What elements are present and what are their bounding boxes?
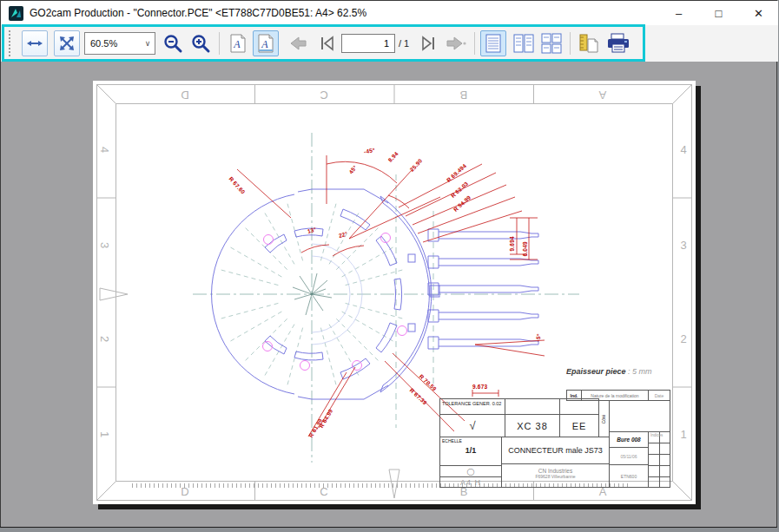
toolbar-separator — [474, 32, 475, 55]
scale-cell: ECHELLE 1/1 — [439, 437, 502, 466]
two-page-icon — [513, 33, 534, 54]
indices-grid: Indices — [648, 431, 670, 488]
thickness-note: Epaisseur piece : 5 mm — [566, 367, 652, 376]
maximize-button[interactable]: □ — [699, 1, 738, 25]
chevron-down-icon: ∨ — [141, 39, 155, 48]
ref-cell: Bure 008 — [609, 431, 649, 448]
scale-label: ECHELLE — [440, 437, 501, 443]
first-page-button[interactable] — [314, 30, 340, 56]
thickness-label: Epaisseur piece — [566, 367, 626, 376]
dimension-label: 9.673 — [472, 384, 487, 390]
grid-row-label: 2 — [677, 332, 690, 345]
company-cell: CN Industries F69628 Villeurbanne — [501, 463, 610, 488]
grid-column-label: D — [178, 89, 192, 102]
toolbar-separator — [570, 32, 571, 55]
hole-markers — [263, 233, 407, 371]
thickness-value: : 5 mm — [628, 367, 652, 376]
grid-row-label: 1 — [98, 428, 111, 442]
surface-finish-cell: √ — [439, 414, 505, 437]
grid-row-label: 3 — [677, 239, 690, 252]
arrow-left-icon — [289, 35, 310, 52]
material-cell: XC 38 — [505, 414, 560, 437]
toolbar-separator — [219, 32, 220, 55]
empty-cell — [559, 398, 599, 415]
window-title: GO2cam Production - "Connector.PCE" <ET7… — [30, 7, 366, 19]
grid-row-label: 4 — [677, 143, 690, 156]
part-title-cell: CONNECTEUR male JS73 — [501, 437, 610, 464]
fit-width-icon — [26, 35, 43, 52]
app-window: GO2cam Production - "Connector.PCE" <ET7… — [0, 0, 777, 528]
last-page-button[interactable] — [415, 30, 441, 56]
zoom-level-value: 60.5% — [85, 38, 141, 49]
grid-column-label: A — [596, 89, 610, 102]
two-page-view-button[interactable] — [511, 30, 537, 56]
grid-row-label: 1 — [677, 428, 690, 441]
preview-toolbar: 60.5% ∨ A — [1, 25, 778, 62]
dimension-label: 9.694 — [509, 236, 515, 251]
fit-width-button[interactable] — [22, 30, 48, 56]
ruler-page-icon — [578, 32, 600, 55]
last-page-icon — [419, 35, 438, 52]
single-page-view-button[interactable] — [480, 30, 506, 56]
svg-text:A: A — [233, 38, 241, 50]
print-button[interactable] — [604, 30, 633, 56]
treatment-cell: EE — [559, 414, 599, 437]
first-page-icon — [318, 35, 337, 52]
code-cell: ETN600 — [609, 464, 649, 488]
zoom-level-combo[interactable]: 60.5% ∨ — [84, 32, 155, 55]
zoom-in-icon — [190, 33, 211, 54]
single-page-icon — [485, 33, 502, 54]
grid-column-label: B — [457, 89, 471, 102]
format-cell: A4 H — [439, 476, 502, 488]
cote-label: Côté — [602, 414, 607, 424]
zoom-out-button[interactable] — [160, 30, 186, 56]
app-icon — [9, 6, 23, 21]
preview-area: D C B A D C B A 4 3 2 1 4 3 2 1 -45° 45°… — [1, 62, 776, 527]
page-number-input[interactable] — [341, 34, 395, 53]
zoom-in-button[interactable] — [188, 30, 214, 56]
page-layout-portrait-button[interactable]: A — [225, 30, 251, 56]
printer-icon — [605, 32, 631, 55]
projection-cell: ◯ — [439, 465, 502, 477]
company-city: F69628 Villeurbanne — [502, 474, 609, 479]
page-total-label: / 1 — [399, 38, 409, 49]
page-setup-button[interactable] — [576, 30, 602, 56]
title-bar: GO2cam Production - "Connector.PCE" <ET7… — [1, 1, 778, 25]
indices-label: Indices — [649, 432, 670, 437]
arrow-right-icon — [445, 35, 467, 52]
minimize-button[interactable]: – — [659, 1, 698, 25]
page-a-fit-icon: A — [257, 34, 274, 53]
empty-cell — [505, 398, 560, 415]
rev-rows-empty — [609, 400, 670, 432]
page-layout-fit-button[interactable]: A — [253, 30, 279, 56]
grid-row-label: 4 — [98, 143, 111, 157]
four-page-view-button[interactable] — [538, 30, 564, 56]
grid-row-label: 3 — [98, 239, 111, 253]
svg-text:A: A — [261, 38, 268, 50]
next-view-button[interactable] — [443, 30, 469, 56]
previous-view-button[interactable] — [287, 30, 313, 56]
company-name: CN Industries — [502, 468, 609, 474]
fit-page-button[interactable] — [54, 30, 80, 56]
scale-value: 1/1 — [440, 446, 501, 455]
fit-page-icon — [58, 35, 76, 52]
drawing-sheet: D C B A D C B A 4 3 2 1 4 3 2 1 -45° 45°… — [93, 81, 696, 504]
toolbar-grip[interactable] — [9, 30, 14, 56]
date-cell: 05/11/06 — [609, 447, 649, 465]
zoom-out-icon — [162, 33, 183, 54]
grid-column-label: C — [317, 89, 331, 102]
close-button[interactable]: ✕ — [739, 1, 778, 25]
dimension-label: 6.049 — [522, 241, 528, 256]
tolerance-cell: TOLERANCE GENER. 0.02 — [439, 398, 505, 415]
four-page-icon — [541, 33, 562, 54]
page-a-icon: A — [229, 34, 247, 53]
grid-row-label: 2 — [98, 332, 111, 346]
